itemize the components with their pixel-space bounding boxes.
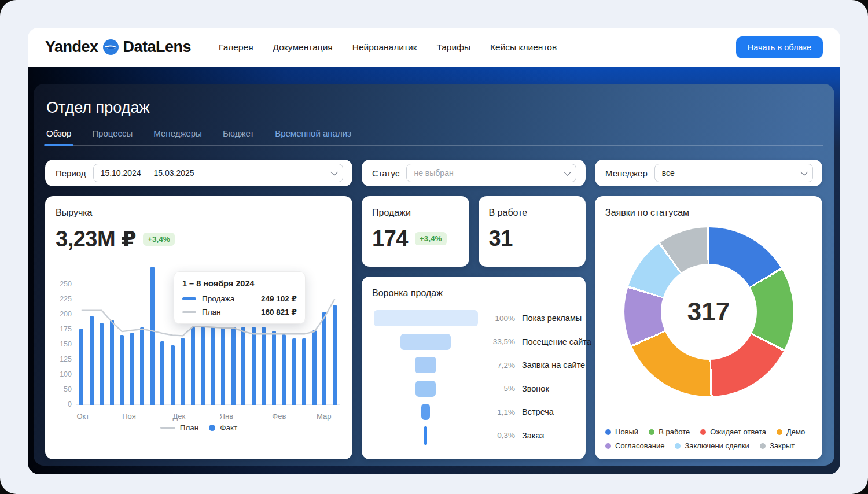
start-in-cloud-button[interactable]: Начать в облаке: [736, 36, 823, 58]
y-tick: 250: [60, 280, 72, 288]
donut-legend-dot-icon: [605, 443, 611, 449]
fact-bar-11[interactable]: [191, 327, 195, 405]
fact-bar-4[interactable]: [120, 335, 124, 405]
funnel-row-1: 33,5%Посещение сайта: [372, 330, 575, 354]
nav-item-4[interactable]: Кейсы клиентов: [490, 42, 557, 53]
funnel-title: Воронка продаж: [372, 288, 575, 298]
chevron-down-icon: [330, 168, 338, 176]
dashboard-panel: Отдел продаж ОбзорПроцессыМенеджерыБюдже…: [34, 84, 834, 466]
funnel-pct: 100%: [479, 314, 515, 323]
fact-bar-14[interactable]: [221, 327, 225, 405]
donut-legend-label: В работе: [659, 427, 690, 436]
fact-bar-0[interactable]: [79, 329, 83, 405]
funnel-bar-0[interactable]: [374, 310, 478, 326]
fact-bar-3[interactable]: [110, 320, 114, 405]
statuses-title: Заявки по статусам: [605, 208, 812, 218]
sales-kpi-badge: +3,4%: [415, 232, 447, 245]
series-swatch-icon: [182, 297, 196, 300]
nav-item-1[interactable]: Документация: [273, 42, 333, 53]
fact-bar-9[interactable]: [171, 345, 175, 405]
donut-legend-dot-icon: [675, 443, 681, 449]
bar-plot[interactable]: 1 – 8 ноября 2024 Продажа249 102 ₽План16…: [76, 264, 340, 405]
fact-bar-19[interactable]: [272, 331, 276, 405]
series-swatch-icon: [182, 311, 196, 313]
status-select[interactable]: не выбран: [406, 164, 576, 182]
funnel-row-4: 1,1%Встреча: [372, 400, 575, 424]
fact-bar-7[interactable]: [150, 267, 155, 405]
y-axis: 250225200175150125100500: [56, 264, 76, 405]
cards-grid: Выручка 3,23М ₽ +3,4% 250225200175150125…: [45, 196, 823, 459]
fact-bar-15[interactable]: [231, 327, 236, 405]
bar-chart-legend: ПланФакт: [56, 423, 342, 432]
filter-period-label: Период: [56, 168, 86, 178]
funnel-label: Посещение сайта: [522, 337, 591, 346]
funnel-bar-4[interactable]: [421, 404, 430, 420]
filter-manager-label: Менеджер: [605, 168, 648, 178]
statuses-card: Заявки по статусам 317 НовыйВ работеОжид…: [595, 196, 822, 459]
line-legend-icon: [160, 427, 175, 429]
y-tick: 125: [60, 355, 72, 363]
fact-bar-21[interactable]: [292, 338, 296, 405]
sales-kpi-card: Продажи 174 +3,4%: [362, 196, 469, 267]
funnel-label: Показ рекламы: [522, 314, 582, 323]
sales-kpi-title: Продажи: [372, 208, 459, 218]
funnel-bar-2[interactable]: [415, 357, 437, 373]
fact-bar-18[interactable]: [262, 327, 266, 405]
funnel-bar-5[interactable]: [424, 426, 426, 445]
tooltip-series-value: 160 821 ₽: [261, 307, 297, 316]
dashboard-tab-1[interactable]: Процессы: [92, 128, 133, 138]
nav-item-2[interactable]: Нейроаналитик: [352, 42, 417, 53]
dashboard-tab-3[interactable]: Бюджет: [223, 128, 254, 138]
fact-bar-2[interactable]: [100, 323, 104, 405]
funnel-bar-zone: [372, 381, 479, 397]
revenue-chart[interactable]: 250225200175150125100500 1 – 8 ноября 20…: [56, 264, 342, 405]
chart-tooltip: 1 – 8 ноября 2024 Продажа249 102 ₽План16…: [174, 271, 306, 324]
manager-select[interactable]: все: [654, 164, 813, 182]
funnel-row-2: 7,2%Заявка на сайте: [372, 353, 575, 377]
donut-legend-dot-icon: [700, 429, 706, 435]
tooltip-series-label: План: [202, 308, 255, 316]
y-tick: 50: [64, 385, 72, 393]
page-canvas: Yandex DataLens ГалереяДокументацияНейро…: [0, 0, 868, 494]
nav-item-0[interactable]: Галерея: [219, 42, 253, 53]
fact-bar-13[interactable]: [211, 327, 215, 405]
funnel-card: Воронка продаж 100%Показ рекламы33,5%Пос…: [362, 277, 586, 459]
fact-bar-24[interactable]: [322, 312, 326, 405]
fact-bar-25[interactable]: [333, 305, 337, 405]
fact-bar-17[interactable]: [252, 327, 256, 405]
dashboard-tab-4[interactable]: Временной анализ: [275, 128, 351, 138]
donut-legend-item-0: Новый: [605, 427, 638, 436]
funnel-bar-3[interactable]: [415, 381, 436, 397]
logo[interactable]: Yandex DataLens: [45, 38, 191, 56]
fact-bar-10[interactable]: [181, 338, 185, 405]
funnel-row-3: 5%Звонок: [372, 377, 575, 401]
period-select[interactable]: 15.10.2024 — 15.03.2025: [93, 164, 343, 182]
status-select-value: не выбран: [414, 168, 564, 178]
funnel-row-0: 100%Показ рекламы: [372, 307, 575, 330]
fact-bar-5[interactable]: [130, 333, 134, 405]
funnel-bar-zone: [372, 334, 479, 350]
dashboard-tab-2[interactable]: Менеджеры: [153, 128, 202, 138]
dashboard-tab-0[interactable]: Обзор: [46, 128, 71, 138]
manager-select-value: все: [662, 168, 800, 178]
funnel-row-5: 0,3%Заказ: [372, 424, 575, 448]
header-nav: ГалереяДокументацияНейроаналитикТарифыКе…: [219, 42, 557, 53]
funnel-pct: 7,2%: [479, 361, 515, 370]
statuses-donut-chart[interactable]: 317: [624, 227, 793, 396]
fact-bar-1[interactable]: [90, 316, 94, 405]
datalens-lens-icon: [103, 39, 119, 55]
fact-bar-20[interactable]: [282, 334, 286, 405]
fact-bar-23[interactable]: [312, 330, 317, 405]
fact-bar-16[interactable]: [241, 327, 245, 405]
fact-bar-8[interactable]: [160, 341, 164, 405]
nav-item-3[interactable]: Тарифы: [436, 42, 470, 53]
y-tick: 175: [60, 325, 72, 333]
funnel-bar-1[interactable]: [400, 334, 450, 350]
funnel-rows: 100%Показ рекламы33,5%Посещение сайта7,2…: [372, 307, 575, 447]
revenue-value: 3,23М ₽: [56, 226, 136, 252]
x-axis-labels: ОктНояДекЯнвФевМар: [76, 405, 340, 422]
donut-legend-dot-icon: [605, 429, 611, 435]
fact-bar-12[interactable]: [201, 327, 205, 405]
fact-bar-6[interactable]: [140, 327, 144, 405]
fact-bar-22[interactable]: [302, 338, 306, 405]
